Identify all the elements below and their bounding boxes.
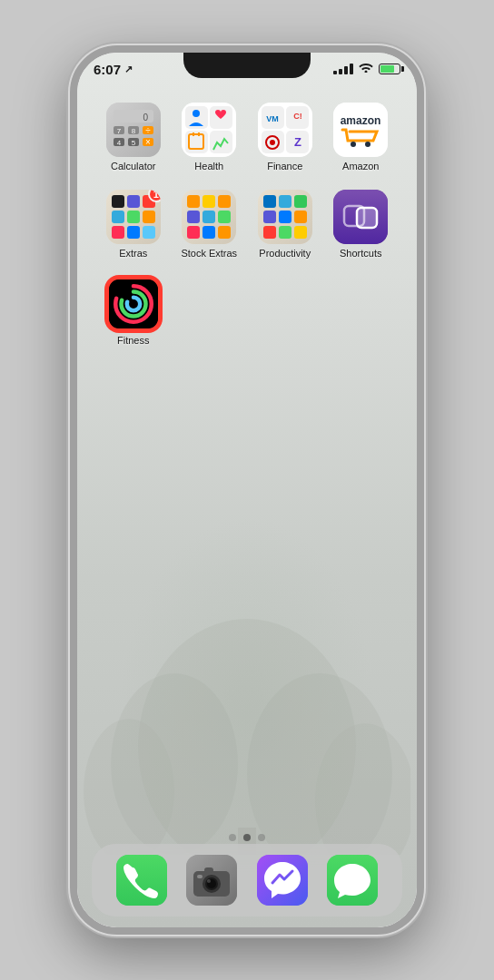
svg-rect-70 bbox=[294, 211, 307, 223]
app-amazon[interactable]: amazon Amazon bbox=[328, 103, 393, 172]
extras-icon: 1 bbox=[106, 190, 161, 244]
svg-rect-87 bbox=[197, 875, 203, 878]
calculator-label: Calculator bbox=[111, 161, 156, 172]
svg-rect-67 bbox=[294, 195, 307, 208]
svg-rect-52 bbox=[127, 226, 140, 239]
shortcuts-icon bbox=[333, 190, 388, 244]
stock-extras-icon bbox=[182, 190, 236, 244]
svg-point-42 bbox=[351, 142, 356, 147]
svg-text:4: 4 bbox=[117, 139, 122, 147]
dock-messages-icon bbox=[327, 855, 378, 906]
productivity-label: Productivity bbox=[259, 248, 311, 259]
svg-rect-61 bbox=[187, 226, 200, 239]
phone-frame: 6:07 ↗ bbox=[70, 45, 424, 935]
location-icon: ↗ bbox=[124, 64, 133, 75]
battery-icon bbox=[379, 64, 400, 74]
wifi-icon bbox=[359, 62, 373, 75]
svg-text:Z: Z bbox=[294, 135, 301, 149]
signal-bar-1 bbox=[333, 71, 337, 74]
svg-rect-25 bbox=[210, 131, 232, 153]
svg-text:÷: ÷ bbox=[145, 125, 151, 135]
dock-messages[interactable] bbox=[325, 855, 380, 906]
app-productivity[interactable]: Productivity bbox=[252, 190, 318, 259]
svg-rect-59 bbox=[203, 211, 215, 223]
calculator-icon: 0 7 8 ÷ 4 bbox=[106, 103, 161, 157]
app-grid: 0 7 8 ÷ 4 bbox=[77, 103, 417, 364]
app-calculator[interactable]: 0 7 8 ÷ 4 bbox=[101, 103, 166, 172]
svg-text:0: 0 bbox=[143, 113, 148, 122]
svg-rect-62 bbox=[203, 226, 215, 239]
svg-rect-57 bbox=[218, 195, 231, 208]
svg-rect-69 bbox=[279, 211, 291, 223]
screen: 6:07 ↗ bbox=[77, 53, 417, 927]
svg-text:C!: C! bbox=[293, 112, 302, 121]
time-display: 6:07 bbox=[94, 62, 121, 77]
amazon-icon: amazon bbox=[333, 103, 388, 157]
svg-rect-58 bbox=[187, 211, 200, 223]
app-row-2: 1 bbox=[95, 190, 399, 259]
app-shortcuts[interactable]: Shortcuts bbox=[328, 190, 393, 259]
svg-rect-68 bbox=[263, 211, 276, 223]
page-dots bbox=[229, 834, 265, 841]
svg-point-89 bbox=[207, 879, 211, 883]
signal-bars bbox=[333, 64, 353, 74]
health-icon bbox=[182, 103, 236, 157]
app-health[interactable]: Health bbox=[176, 103, 242, 172]
extras-label: Extras bbox=[119, 248, 147, 259]
svg-rect-53 bbox=[143, 226, 155, 239]
svg-rect-46 bbox=[127, 195, 140, 208]
svg-rect-72 bbox=[279, 226, 291, 239]
fitness-label: Fitness bbox=[117, 335, 149, 346]
svg-rect-63 bbox=[218, 226, 231, 239]
svg-rect-56 bbox=[203, 195, 215, 208]
svg-text:8: 8 bbox=[132, 127, 136, 135]
dock-phone-icon bbox=[116, 855, 167, 906]
svg-text:amazon: amazon bbox=[341, 114, 381, 127]
dock-camera[interactable] bbox=[184, 855, 239, 906]
battery-fill bbox=[380, 65, 394, 73]
productivity-icon bbox=[258, 190, 312, 244]
dock bbox=[92, 844, 402, 916]
notch bbox=[183, 53, 311, 78]
stock-extras-label: Stock Extras bbox=[181, 248, 237, 259]
dock-messenger[interactable] bbox=[255, 855, 310, 906]
svg-rect-55 bbox=[187, 195, 200, 208]
svg-text:7: 7 bbox=[117, 127, 122, 135]
svg-rect-88 bbox=[204, 867, 213, 873]
page-dot-3 bbox=[258, 834, 265, 841]
dock-phone[interactable] bbox=[114, 855, 169, 906]
svg-rect-60 bbox=[218, 211, 231, 223]
app-extras[interactable]: 1 bbox=[101, 190, 166, 259]
svg-rect-71 bbox=[263, 226, 276, 239]
dock-messenger-icon bbox=[257, 855, 308, 906]
signal-bar-4 bbox=[350, 64, 353, 74]
svg-text:5: 5 bbox=[132, 139, 136, 147]
svg-rect-65 bbox=[263, 195, 276, 208]
signal-bar-2 bbox=[339, 69, 342, 74]
svg-rect-73 bbox=[294, 226, 307, 239]
app-finance[interactable]: VM C! Z Finance bbox=[252, 103, 318, 172]
svg-point-26 bbox=[193, 110, 200, 117]
svg-rect-48 bbox=[112, 211, 124, 223]
app-row-3: Fitness bbox=[95, 277, 399, 346]
svg-point-43 bbox=[365, 142, 370, 147]
svg-rect-76 bbox=[357, 208, 377, 228]
svg-rect-51 bbox=[112, 226, 124, 239]
app-stock-extras[interactable]: Stock Extras bbox=[176, 190, 242, 259]
app-fitness[interactable]: Fitness bbox=[101, 277, 166, 346]
svg-text:VM: VM bbox=[266, 114, 279, 123]
page-dot-1 bbox=[229, 834, 236, 841]
svg-rect-66 bbox=[279, 195, 291, 208]
wallpaper-tree bbox=[84, 564, 410, 855]
app-row-1: 0 7 8 ÷ 4 bbox=[95, 103, 399, 172]
svg-text:×: × bbox=[145, 137, 151, 147]
finance-icon: VM C! Z bbox=[258, 103, 312, 157]
status-right bbox=[333, 62, 400, 75]
svg-rect-45 bbox=[112, 195, 124, 208]
status-time: 6:07 ↗ bbox=[94, 62, 133, 77]
svg-rect-81 bbox=[116, 855, 167, 906]
health-label: Health bbox=[194, 161, 223, 172]
page-dot-2 bbox=[243, 834, 251, 841]
svg-point-38 bbox=[270, 140, 275, 145]
shortcuts-label: Shortcuts bbox=[340, 248, 381, 259]
